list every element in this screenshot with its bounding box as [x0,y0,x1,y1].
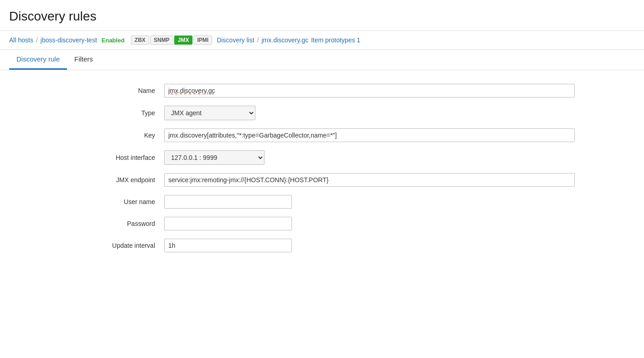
current-rule-link[interactable]: jmx.discovery.gc [261,36,308,44]
page-title: Discovery rules [9,9,635,24]
type-label: Type [9,109,164,117]
password-input[interactable] [164,217,292,230]
breadcrumb-sep-2: / [257,36,259,44]
protocol-snmp[interactable]: SNMP [150,36,173,45]
host-name-link[interactable]: jboss-discovery-test [41,36,97,44]
all-hosts-link[interactable]: All hosts [9,36,33,44]
discovery-list-link[interactable]: Discovery list [217,36,254,44]
user-name-label: User name [9,198,164,205]
breadcrumb-sep-1: / [36,36,38,44]
jmx-endpoint-label: JMX endpoint [9,176,164,184]
page-wrapper: Discovery rules All hosts / jboss-discov… [0,0,644,358]
form-content: Name Type JMX agent Zabbix agent SNMP ag… [0,70,644,274]
password-field [164,217,635,230]
host-interface-label: Host interface [9,154,164,161]
item-prototypes-link[interactable]: Item prototypes 1 [311,36,360,44]
host-interface-select[interactable]: 127.0.0.1 : 9999 [164,150,265,165]
password-label: Password [9,220,164,227]
jmx-endpoint-input[interactable] [164,173,575,187]
page-header: Discovery rules [0,0,644,31]
tabs-bar: Discovery rule Filters [0,50,644,70]
protocol-jmx[interactable]: JMX [174,36,193,45]
host-interface-row: Host interface 127.0.0.1 : 9999 [9,150,635,165]
name-label: Name [9,87,164,94]
breadcrumb-bar: All hosts / jboss-discovery-test Enabled… [0,31,644,50]
password-row: Password [9,217,635,230]
key-field [164,128,635,142]
protocol-ipmi[interactable]: IPMI [193,36,212,45]
tab-filters[interactable]: Filters [67,50,100,70]
key-row: Key [9,128,635,142]
type-row: Type JMX agent Zabbix agent SNMP agent I… [9,106,635,120]
jmx-endpoint-row: JMX endpoint [9,173,635,187]
protocol-badges: ZBX SNMP JMX IPMI [131,36,212,45]
name-input[interactable] [164,84,575,97]
protocol-zbx[interactable]: ZBX [131,36,149,45]
type-select[interactable]: JMX agent Zabbix agent SNMP agent IPMI a… [164,106,255,120]
status-badge: Enabled [102,37,125,44]
user-name-input[interactable] [164,195,292,209]
user-name-field [164,195,635,209]
update-interval-row: Update interval [9,239,635,252]
type-field: JMX agent Zabbix agent SNMP agent IPMI a… [164,106,635,120]
update-interval-label: Update interval [9,242,164,249]
host-interface-field: 127.0.0.1 : 9999 [164,150,635,165]
key-input[interactable] [164,128,575,142]
jmx-endpoint-field [164,173,635,187]
update-interval-input[interactable] [164,239,292,252]
user-name-row: User name [9,195,635,209]
name-field [164,84,635,97]
update-interval-field [164,239,635,252]
name-row: Name [9,84,635,97]
key-label: Key [9,132,164,139]
tab-discovery-rule[interactable]: Discovery rule [9,50,67,70]
